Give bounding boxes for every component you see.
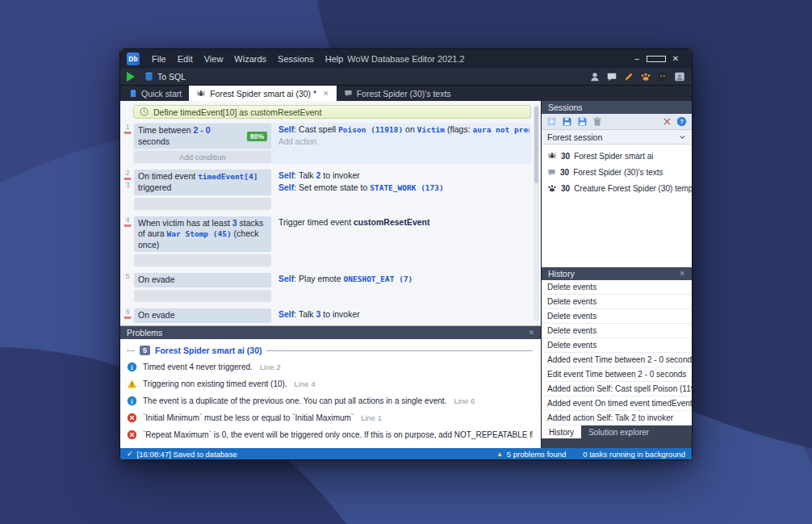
history-item[interactable]: Delete events xyxy=(542,338,692,353)
svg-text:!: ! xyxy=(131,381,132,388)
to-sql-button[interactable]: To SQL xyxy=(144,72,186,82)
problem-text: The event is a duplicate of the previous… xyxy=(143,396,446,405)
sessions-new-session-button[interactable] xyxy=(546,116,557,127)
session-item[interactable]: 30Forest Spider smart ai xyxy=(542,148,692,164)
close-icon[interactable]: ✕ xyxy=(679,270,685,278)
event-action[interactable]: Self: Cast spell Poison (11918) on Victi… xyxy=(277,124,529,136)
event-condition[interactable]: On timed event timedEvent[4] triggered xyxy=(134,170,271,195)
menu-file[interactable]: File xyxy=(146,54,172,64)
add-condition-button[interactable]: Add condition xyxy=(134,151,271,163)
event-action[interactable]: Self: Set emote state to STATE_WORK (173… xyxy=(277,182,529,194)
event-row[interactable]: 6wwOn evadeSelf: Talk 3 to invoker xyxy=(122,308,531,325)
problems-list: 5 Forest Spider smart ai (30) iTimed eve… xyxy=(120,339,541,448)
error-icon xyxy=(127,430,137,440)
problem-item[interactable]: `Repeat Maximum` is 0, the event will be… xyxy=(127,426,533,443)
history-title: History xyxy=(548,269,575,279)
event-row[interactable]: 1wwTime between 2 - 0 seconds80%Add cond… xyxy=(122,123,531,164)
status-problems-count[interactable]: 5 problems found xyxy=(507,450,566,459)
event-row[interactable]: 5On evadeSelf: Play emote ONESHOT_EAT (7… xyxy=(122,272,531,303)
event-row[interactable]: 2ww3On timed event timedEvent[4] trigger… xyxy=(122,169,531,210)
menu-sessions[interactable]: Sessions xyxy=(272,54,320,64)
chat-icon xyxy=(547,168,556,177)
history-item[interactable]: Delete events xyxy=(542,309,692,324)
history-item[interactable]: Added action Self: Cast spell Poison (11… xyxy=(542,382,692,396)
menu-view[interactable]: View xyxy=(199,54,229,64)
define-event-text: Define timedEvent[10] as customResetEven… xyxy=(153,107,321,117)
session-item-id: 30 xyxy=(561,152,570,161)
history-item[interactable]: Delete events xyxy=(542,324,692,338)
maximize-button[interactable] xyxy=(647,49,666,69)
menu-wizards[interactable]: Wizards xyxy=(228,54,272,64)
event-condition[interactable]: When victim has at least 3 stacks of aur… xyxy=(134,216,271,253)
history-item[interactable]: Delete events xyxy=(542,295,692,309)
toolbar-picture-icon[interactable] xyxy=(674,71,685,82)
close-button[interactable]: ✕ xyxy=(666,49,685,69)
event-condition[interactable]: On evade xyxy=(134,273,271,287)
tab-quick-start[interactable]: Quick start xyxy=(122,86,189,101)
session-item[interactable]: 30Creature Forest Spider (30) template xyxy=(542,180,692,196)
history-item[interactable]: Added action Self: Talk 2 to invoker xyxy=(542,411,692,425)
tab-history[interactable]: History xyxy=(542,425,581,438)
sessions-delete-session-button[interactable] xyxy=(592,116,602,127)
session-item-id: 30 xyxy=(560,168,569,177)
close-icon[interactable]: ✕ xyxy=(528,329,534,337)
event-condition[interactable]: Time between 2 - 0 seconds80% xyxy=(134,124,271,149)
history-item[interactable]: Added event Time between 2 - 0 seconds xyxy=(542,353,692,367)
problem-item[interactable]: iThe event is a duplicate of the previou… xyxy=(127,392,533,409)
warning-icon: ! xyxy=(127,379,137,389)
event-gutter: 2ww3 xyxy=(122,169,133,210)
add-condition-button[interactable] xyxy=(134,290,271,302)
warning-triangle-icon: ▲ xyxy=(496,451,503,458)
close-icon[interactable]: ✕ xyxy=(323,90,329,98)
toolbar-person-icon[interactable] xyxy=(589,71,601,82)
history-item[interactable]: Edit event Time between 2 - 0 seconds xyxy=(542,367,692,382)
scrollbar-thumb[interactable] xyxy=(534,107,538,183)
define-event-row[interactable]: Define timedEvent[10] as customResetEven… xyxy=(133,105,531,119)
toolbar-creature-icon[interactable] xyxy=(657,71,668,82)
history-list: Delete eventsDelete eventsDelete eventsD… xyxy=(542,280,692,425)
error-icon xyxy=(127,413,137,423)
sessions-disconnect-button[interactable] xyxy=(663,117,672,126)
add-condition-button[interactable] xyxy=(134,254,271,266)
app-window: Db FileEditViewWizardsSessionsHelp WoW D… xyxy=(119,48,693,460)
tab-label: Quick start xyxy=(141,89,182,99)
toolbar-chat-bubble-icon[interactable] xyxy=(606,71,617,82)
add-action-button[interactable]: Add action xyxy=(277,136,529,148)
menu-edit[interactable]: Edit xyxy=(172,54,199,64)
sessions-save-session-button[interactable] xyxy=(562,116,572,127)
chat-icon xyxy=(344,89,353,98)
editor-scrollbar[interactable] xyxy=(534,105,539,321)
tab-forest-spider-smart-ai-30[interactable]: Forest Spider smart ai (30) *✕ xyxy=(189,86,336,101)
tab-forest-spider-30-s-texts[interactable]: Forest Spider (30)'s texts xyxy=(337,86,458,101)
group-divider xyxy=(127,350,135,351)
problem-item[interactable]: iTimed event 4 never triggered.Line 2 xyxy=(127,358,533,375)
session-name: Forest session xyxy=(547,132,602,142)
sessions-commit-session-button[interactable] xyxy=(577,116,588,127)
event-row[interactable]: 4wwWhen victim has at least 3 stacks of … xyxy=(122,216,531,268)
problem-item[interactable]: `Initial Minimum` must be less or equal … xyxy=(127,409,533,426)
sessions-help-button[interactable]: ? xyxy=(676,116,687,127)
tab-solution-explorer[interactable]: Solution explorer xyxy=(581,425,656,438)
session-item[interactable]: 30Forest Spider (30)'s texts xyxy=(542,164,692,180)
toolbar-paw-orange-icon[interactable] xyxy=(640,71,651,82)
event-gutter: 4ww xyxy=(122,216,133,268)
event-marker-icon: ww xyxy=(122,224,133,228)
event-condition[interactable]: On evade xyxy=(134,308,271,323)
run-button[interactable] xyxy=(127,72,135,82)
problems-group-title: Forest Spider smart ai (30) xyxy=(155,346,262,355)
event-action[interactable]: Self: Play emote ONESHOT_EAT (7) xyxy=(277,273,529,285)
event-action[interactable]: Trigger timed event customResetEvent xyxy=(277,216,529,228)
event-action[interactable]: Self: Talk 3 to invoker xyxy=(277,308,529,321)
toolbar-pencil-icon[interactable] xyxy=(623,71,634,82)
sidebar-filler xyxy=(542,438,692,448)
tab-bar: Quick startForest Spider smart ai (30) *… xyxy=(120,86,692,101)
session-selector[interactable]: Forest session xyxy=(542,130,692,145)
problem-text: `Repeat Maximum` is 0, the event will be… xyxy=(143,430,533,439)
problem-item[interactable]: !Triggering non existing timed event (10… xyxy=(127,375,533,392)
minimize-button[interactable]: – xyxy=(627,49,647,69)
menu-help[interactable]: Help xyxy=(320,54,349,64)
history-item[interactable]: Delete events xyxy=(542,280,692,295)
event-action[interactable]: Self: Talk 2 to invoker xyxy=(277,170,529,182)
history-item[interactable]: Added event On timed event timedEvent[4]… xyxy=(542,396,692,411)
add-condition-button[interactable] xyxy=(134,198,271,210)
